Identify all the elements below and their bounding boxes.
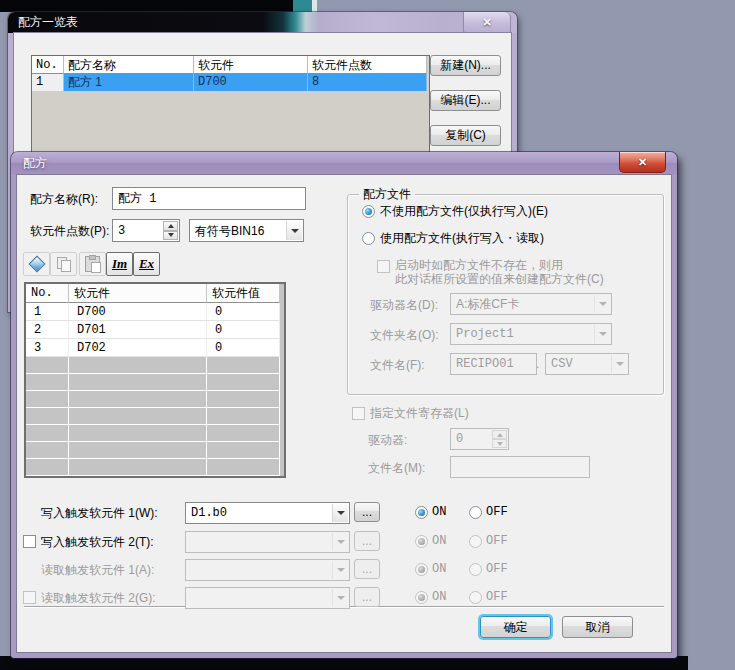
device-table-empty-cell	[26, 408, 69, 425]
read-trigger-1-combo[interactable]	[185, 559, 350, 581]
stepper-down-icon[interactable]	[163, 231, 178, 241]
write-trigger-1-row: 写入触发软元件 1(W):D1.b0...ONOFF	[17, 502, 671, 524]
write-trigger-2-browse-button[interactable]: ...	[354, 531, 380, 551]
read-trigger-1-label: 读取触发软元件 1(A):	[41, 562, 154, 579]
file-register-checkbox[interactable]	[352, 407, 365, 420]
list-cell: 配方 1	[64, 74, 194, 91]
read-trigger-2-off-label: OFF	[486, 590, 508, 604]
drive-name-label: 驱动器名(D):	[370, 297, 438, 314]
write-trigger-2-checkbox[interactable]	[23, 535, 36, 548]
write-trigger-1-combo[interactable]: D1.b0	[185, 502, 350, 524]
device-points-stepper[interactable]: 3	[112, 219, 180, 242]
file-ext-dropdown[interactable]: CSV	[545, 353, 629, 375]
write-trigger-2-on-radio[interactable]	[415, 535, 428, 548]
new-recipe-button[interactable]: 新建(N)...	[430, 55, 501, 76]
file-register-file-label: 文件名(M):	[368, 460, 425, 477]
paste-icon	[85, 256, 100, 272]
chevron-down-icon	[594, 295, 610, 313]
file-register-file-input[interactable]	[450, 456, 590, 478]
list-cell: 1	[32, 74, 64, 91]
device-table-empty-cell	[69, 357, 207, 374]
paste-button[interactable]	[79, 252, 106, 276]
device-table-cell: 3	[26, 339, 69, 357]
write-trigger-1-on-radio[interactable]	[415, 506, 428, 519]
list-row[interactable]: 1配方 1D7008	[32, 74, 429, 91]
device-table-cell[interactable]: 0	[207, 321, 280, 339]
no-file-radio[interactable]	[362, 205, 375, 218]
cancel-button[interactable]: 取消	[562, 616, 633, 638]
write-trigger-2-on-label: ON	[432, 534, 446, 548]
desktop: 配方一览表 ✕ No.配方名称软元件软元件点数1配方 1D7008 新建(N).…	[0, 0, 735, 670]
device-table-empty-cell	[207, 425, 280, 442]
ok-button[interactable]: 确定	[480, 616, 551, 638]
data-type-dropdown[interactable]: 有符号BIN16	[189, 219, 304, 242]
read-trigger-2-checkbox[interactable]	[23, 591, 36, 604]
stepper-down-icon	[492, 439, 507, 448]
use-file-radio[interactable]	[362, 232, 375, 245]
device-table-cell: D701	[69, 321, 207, 339]
device-table-empty-cell	[26, 374, 69, 391]
read-trigger-1-off-radio[interactable]	[469, 563, 482, 576]
import-button[interactable]: Im	[106, 252, 133, 276]
device-table-cell: 2	[26, 321, 69, 339]
background-dark-strip-bottom	[0, 656, 688, 670]
read-trigger-1-row: 读取触发软元件 1(A):...ONOFF	[17, 559, 671, 581]
recipe-list-titlebar[interactable]: 配方一览表	[8, 12, 517, 33]
device-table-cell: D702	[69, 339, 207, 357]
stepper-up-icon[interactable]	[163, 221, 178, 231]
chevron-down-icon	[286, 221, 302, 240]
device-table-empty-row	[26, 357, 284, 374]
copy-icon	[56, 257, 72, 271]
read-trigger-2-off-radio[interactable]	[469, 591, 482, 604]
list-cell: 8	[308, 74, 427, 91]
device-table-empty-cell	[26, 442, 69, 459]
file-register-drive-stepper[interactable]: 0	[450, 428, 509, 450]
recipe-dialog-title: 配方	[23, 152, 47, 175]
export-icon: Ex	[139, 256, 154, 272]
use-file-radio-label[interactable]: 使用配方文件(执行写入・读取)	[380, 230, 544, 247]
write-trigger-2-off-radio[interactable]	[469, 535, 482, 548]
device-table-empty-row	[26, 391, 284, 408]
device-points-label: 软元件点数(P):	[30, 223, 109, 240]
chevron-down-icon	[332, 504, 348, 522]
drive-name-dropdown[interactable]: A:标准CF卡	[450, 293, 612, 315]
read-trigger-2-combo[interactable]	[185, 587, 350, 609]
read-trigger-2-browse-button[interactable]: ...	[354, 587, 380, 607]
close-icon[interactable]: ✕	[463, 12, 511, 34]
no-file-radio-label[interactable]: 不使用配方文件(仅执行写入)(E)	[380, 203, 548, 220]
export-button[interactable]: Ex	[133, 252, 160, 276]
list-header-cell: 软元件点数	[308, 56, 427, 74]
device-table-cell[interactable]: 0	[207, 303, 280, 321]
folder-name-label: 文件夹名(O):	[370, 327, 439, 344]
close-icon[interactable]: ✕	[619, 152, 666, 173]
edit-recipe-button[interactable]: 编辑(E)...	[430, 90, 501, 111]
device-table-cell[interactable]: 0	[207, 339, 280, 357]
list-header-cell: 软元件	[194, 56, 308, 74]
clear-values-button[interactable]	[23, 252, 50, 276]
diamond-icon	[28, 256, 45, 273]
file-register-checkbox-label: 指定文件寄存器(L)	[370, 405, 469, 422]
copy-button[interactable]	[50, 252, 77, 276]
recipe-name-input[interactable]: 配方 1	[112, 187, 306, 210]
device-table-row[interactable]: 1D7000	[26, 303, 284, 321]
recipe-dialog-titlebar[interactable]: 配方	[11, 152, 677, 175]
write-trigger-1-off-radio[interactable]	[469, 506, 482, 519]
device-table-empty-cell	[26, 391, 69, 408]
write-trigger-1-on-label: ON	[432, 505, 446, 519]
create-file-checkbox[interactable]	[377, 260, 390, 273]
read-trigger-2-on-radio[interactable]	[415, 591, 428, 604]
device-table-header-cell: 软元件	[69, 284, 207, 303]
background-white-sliver	[312, 0, 317, 12]
device-table-row[interactable]: 2D7010	[26, 321, 284, 339]
copy-recipe-button[interactable]: 复制(C)	[430, 125, 501, 146]
write-trigger-2-combo[interactable]	[185, 531, 350, 553]
read-trigger-1-browse-button[interactable]: ...	[354, 559, 380, 579]
device-table-empty-row	[26, 459, 284, 476]
write-trigger-1-browse-button[interactable]: ...	[354, 502, 380, 522]
folder-name-dropdown[interactable]: Project1	[450, 323, 612, 345]
file-name-input[interactable]: RECIPO01	[450, 353, 537, 375]
device-table-empty-cell	[69, 408, 207, 425]
background-dark-strip	[0, 0, 293, 12]
read-trigger-1-on-radio[interactable]	[415, 563, 428, 576]
device-table-row[interactable]: 3D7020	[26, 339, 284, 357]
